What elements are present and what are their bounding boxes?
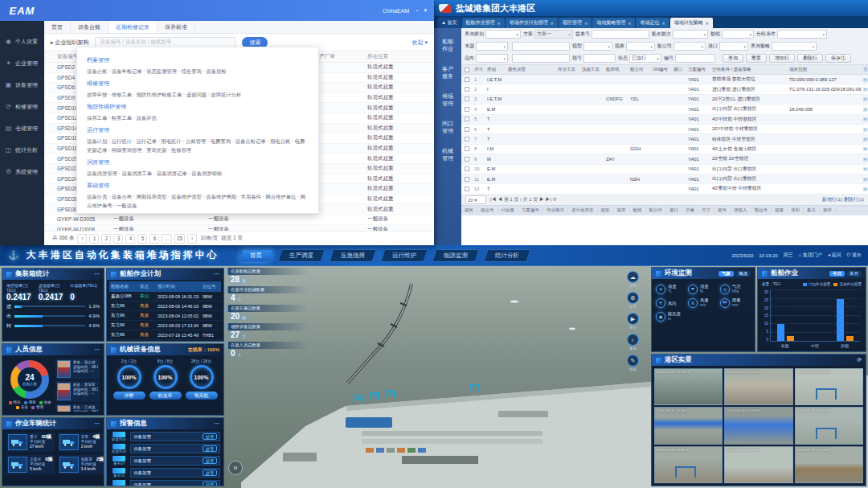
camera-tile[interactable]: 2023-09-20 10:18:43: [724, 446, 792, 483]
channel-icon[interactable]: ▤: [862, 157, 868, 162]
bell-icon[interactable]: ◔: [415, 8, 418, 14]
pagination-nav[interactable]: |◀ ◀ 第 1 页 / 共 1 页 ▶ ▶| ⟳: [490, 196, 557, 203]
filter-control[interactable]: 方案一▾: [534, 30, 573, 39]
mega-menu-section-title[interactable]: 运行管理: [87, 126, 309, 134]
plan-table-row[interactable]: 5 T YA01 40'中转箱 中转整箱区 ▤ ▤ ▦: [461, 115, 868, 125]
filter-control[interactable]: ▾: [485, 30, 521, 39]
tos-sidebar-item[interactable]: 机械管理: [441, 147, 454, 162]
more-icon[interactable]: ⋯: [94, 347, 100, 353]
channel-icon[interactable]: ▤: [862, 166, 868, 171]
vessel-row[interactable]: 东方96 离港 2023-08-04 12:05:02 9BW: [109, 311, 221, 321]
mega-menu-links[interactable]: 设备计划 · 运行统计 · 运行记录 · 用电统计 · 台账管理 · 电费查询 …: [87, 137, 309, 154]
pagination-page[interactable]: …: [162, 234, 172, 244]
page-size-select[interactable]: 20 ▾: [465, 195, 486, 204]
ops-tab[interactable]: 今日: [829, 271, 845, 277]
channel-icon[interactable]: ▤: [862, 96, 868, 101]
tos-tab[interactable]: 场地策略管理 ✕: [592, 18, 635, 28]
portal-button[interactable]: ⌂ 集团门户: [799, 252, 822, 259]
plan-table-row[interactable]: 8 I,M GGH YA01 40'土大箱 仓储小箱区 ▤ 1 ▤ ▦: [461, 145, 868, 154]
plan-table-row[interactable]: 7 T YA01 特殊箱区 中转空箱区 ▤ 1 ▤ ▦: [461, 134, 868, 144]
scene-tool-button[interactable]: ⚙ 设置: [627, 292, 639, 309]
plan-table-row[interactable]: 10 E,M YA01 出口/内贸 出口重箱区 ▤ 4 ▤ ▦: [461, 165, 868, 174]
sidebar-item[interactable]: ◉ 个人设置: [0, 31, 44, 52]
mega-menu-links[interactable]: 设备润滑管理 · 设备润滑工单 · 设备润滑记录 · 设备润滑明细: [87, 169, 309, 178]
close-icon[interactable]: ✕: [497, 21, 501, 26]
handle-alarm-button[interactable]: 处理: [203, 470, 217, 476]
pagination-page[interactable]: 5: [137, 234, 147, 244]
filter-control[interactable]: ▾: [722, 30, 754, 39]
row-checkbox[interactable]: [461, 107, 473, 112]
tos-sidebar-item[interactable]: 堆场管理: [441, 92, 454, 107]
sidebar-item[interactable]: ▤ 仓储管理: [0, 117, 44, 139]
tab-home[interactable]: ▲ 首页: [437, 18, 461, 28]
filter-control[interactable]: [583, 54, 616, 63]
close-icon[interactable]: ✕: [584, 21, 588, 26]
camera-tile[interactable]: 2023-09-20 10:18:28: [795, 368, 863, 405]
filter-control[interactable]: ▾: [674, 42, 706, 51]
row-checkbox[interactable]: [461, 117, 473, 121]
chevron-down-icon[interactable]: ▾: [424, 7, 427, 14]
mega-menu-links[interactable]: 保养工单 · 检查工单 · 设备评估: [87, 113, 309, 122]
tos-sidebar-item[interactable]: 船舶作业: [441, 38, 454, 52]
channel-icon[interactable]: ▤: [862, 137, 868, 141]
pagination-page[interactable]: 2: [101, 234, 111, 244]
sidebar-item[interactable]: ✦ 企业管理: [0, 52, 44, 74]
org-tree-toggle[interactable]: ▸ 企业组织架构: [51, 39, 88, 47]
personnel-card[interactable]: 姓名：张占彪 职位：调度员 进场时间：08:12 出场时间：--: [55, 359, 100, 379]
channel-icon[interactable]: ▤: [862, 127, 868, 132]
mega-menu-section-title[interactable]: 档案管理: [87, 56, 309, 64]
channel-icon[interactable]: ▤: [862, 117, 868, 121]
handle-alarm-button[interactable]: 处理: [203, 482, 217, 486]
pagination-jump[interactable]: 跳至 1 页: [221, 235, 243, 242]
filter-control[interactable]: ▾: [673, 30, 708, 39]
tos-tab[interactable]: 箱区管理 ✕: [559, 18, 592, 28]
row-checkbox[interactable]: [461, 166, 473, 171]
row-checkbox[interactable]: [461, 146, 473, 151]
camera-tile[interactable]: 2023-09-20 10:18:37: [795, 407, 863, 444]
dashboard-nav-tab[interactable]: 统计分析: [483, 249, 530, 262]
filter-button[interactable]: 增加行: [769, 54, 795, 63]
filter-control[interactable]: ▾: [583, 42, 612, 51]
row-checkbox[interactable]: [461, 77, 473, 82]
plan-table-row[interactable]: 11 E,M NZH YA01 出口/内贸 出口重箱区 ▤ 1 ▤ ▦: [461, 174, 868, 184]
handle-alarm-button[interactable]: 处理: [203, 433, 217, 440]
filter-control[interactable]: [592, 30, 649, 39]
personnel-card[interactable]: 姓名：李学军 职位：安全员 进场时间：08:15 出场时间：--: [55, 381, 100, 402]
filter-button[interactable]: 重置: [746, 54, 767, 63]
collapse-toggle[interactable]: 收起 ▾: [412, 39, 428, 47]
channel-icon[interactable]: ▤: [862, 177, 868, 182]
dashboard-nav-tab[interactable]: 应急指挥: [329, 249, 376, 262]
mega-menu-section-title[interactable]: 润滑管理: [87, 158, 309, 166]
camera-tile[interactable]: 2023-09-20 10:18:46: [795, 446, 863, 483]
tos-tab[interactable]: 船舶作业管理 ✕: [462, 18, 505, 28]
mega-menu-links[interactable]: 设备台账 · 设备年检记录 · 状态监测管理 · 综合查询 · 设备巡检: [87, 67, 309, 76]
pagination-page[interactable]: 1: [89, 234, 99, 244]
vessel-row[interactable]: 鑫扬公088 靠泊 2023-08-09 16:31:23 9BW: [109, 292, 221, 301]
channel-icon[interactable]: ▤: [862, 87, 868, 92]
pagination-page[interactable]: 25: [174, 234, 185, 244]
filter-control[interactable]: ▾: [476, 54, 508, 63]
filter-control[interactable]: ▾: [772, 42, 817, 51]
scene-tool-button[interactable]: ☁ 天气: [627, 271, 639, 288]
filter-control[interactable]: ▾: [476, 42, 508, 51]
scene-tool-button[interactable]: ✎ 绘制: [627, 355, 639, 371]
vehicle-card[interactable]: 正面吊 0辆 平均时速 5 km/h: [6, 455, 55, 474]
pagination-page[interactable]: 3: [113, 234, 123, 244]
equipment-type-button[interactable]: 岸桥: [113, 392, 145, 400]
channel-icon[interactable]: ▤: [862, 146, 868, 151]
exit-button[interactable]: ⏻ 退出: [847, 252, 862, 259]
filter-control[interactable]: [512, 42, 570, 51]
vehicle-card[interactable]: 叉车 4辆 平均时速 2 km/h: [58, 433, 104, 452]
vehicle-card[interactable]: 电瓶车 2辆 平均时速 3.4 km/h: [58, 455, 104, 474]
camera-tile[interactable]: 2023-09-20 10:18:21: [654, 368, 723, 405]
table-row[interactable]: GYKP-W-DJ008 一般设备 一般设备 一般设备 17: [44, 225, 434, 232]
back-button[interactable]: ◂ 返回: [828, 252, 841, 259]
personnel-card[interactable]: 姓名：王成龙 职位：操作员 进场时间：08:20 出场时间：--: [55, 404, 100, 412]
plan-table-row[interactable]: 1 I,E,T,M YA01 整箱堆场 整箱大箱位 TD.099-099-0.0…: [461, 75, 868, 84]
scene-tool-button[interactable]: ⌕ 查询: [627, 334, 639, 351]
compass-icon[interactable]: N: [228, 461, 243, 475]
plan-table-row[interactable]: 9 M ZAY YA01 20'空箱 20'空箱区 ▤ 9 ▤ ▦: [461, 154, 868, 164]
pagination-per-page[interactable]: 10条/页: [200, 235, 218, 242]
plan-table-row[interactable]: 3 I,E,T,M CNDFG YZL YA01 20'尺2类CL 进口重箱区 …: [461, 95, 868, 105]
vehicle-card[interactable]: 重卡 20辆 平均时速 27 km/h: [6, 433, 55, 452]
